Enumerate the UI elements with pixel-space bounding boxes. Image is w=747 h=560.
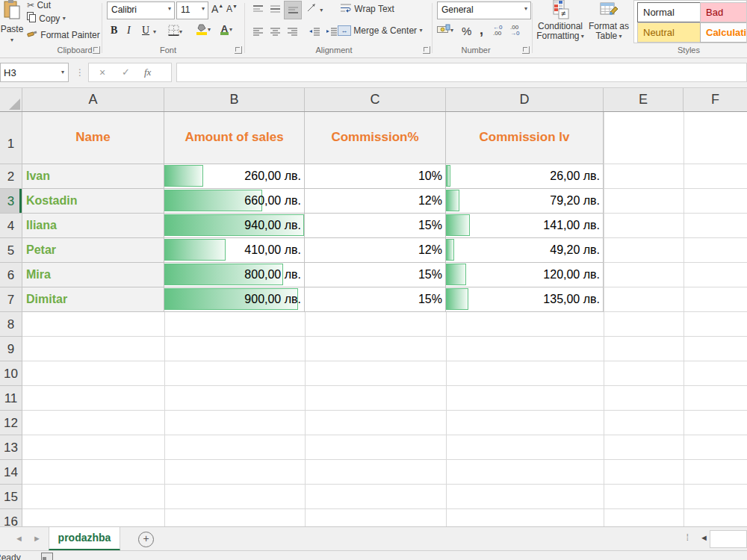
cell-B6[interactable]: 800,00 лв. [164, 263, 305, 287]
name-box-dropdown-arrow[interactable]: ▾ [61, 69, 64, 75]
cell-B4[interactable]: 940,00 лв. [164, 214, 305, 238]
style-normal[interactable]: Normal [637, 2, 703, 22]
conditional-formatting-label[interactable]: Conditional Formatting ▾ [533, 22, 587, 41]
copy-button[interactable]: Copy ▾ [27, 12, 66, 25]
row-header-10[interactable]: 10 [0, 361, 22, 386]
formula-bar-handle[interactable]: ⋮ [75, 67, 84, 78]
cf-dropdown-arrow[interactable]: ▾ [580, 33, 584, 40]
decrease-indent-button[interactable] [306, 23, 323, 40]
conditional-formatting-button[interactable]: ≠ [536, 0, 584, 22]
row-header-16[interactable]: 16 [0, 509, 22, 526]
fill-color-dropdown-arrow[interactable]: ▾ [208, 26, 211, 33]
cell-C4[interactable]: 15% [305, 214, 446, 238]
borders-button[interactable]: ▾ [168, 25, 182, 38]
format-as-table-button[interactable] [587, 0, 632, 22]
font-color-dropdown-arrow[interactable]: ▾ [229, 26, 232, 33]
paste-dropdown-arrow[interactable]: ▾ [10, 37, 13, 43]
align-right-button[interactable] [284, 23, 300, 40]
paste-button[interactable]: Paste ▾ [0, 0, 28, 46]
prev-sheet-arrow-icon[interactable]: ◄ [15, 534, 23, 543]
cell-D1[interactable]: Commission lv [446, 112, 604, 164]
row-header-5[interactable]: 5 [0, 238, 22, 263]
macro-record-icon[interactable] [41, 553, 53, 560]
top-align-button[interactable] [249, 1, 266, 18]
insert-function-icon[interactable]: fx [144, 66, 151, 78]
cell-C1[interactable]: Commission% [305, 112, 446, 164]
next-sheet-arrow-icon[interactable]: ► [33, 534, 41, 543]
row-header-4[interactable]: 4 [0, 214, 22, 238]
select-all-corner[interactable] [0, 88, 22, 111]
shrink-font-button[interactable]: A▼ [226, 4, 238, 14]
sheet-tab-prodazhba[interactable]: prodazhba [49, 527, 120, 550]
underline-button[interactable]: U [142, 25, 149, 37]
new-sheet-button[interactable]: + [138, 532, 154, 547]
number-format-combo[interactable]: General ▾ [437, 1, 531, 19]
cell-A5[interactable]: Petar [22, 238, 164, 263]
align-left-button[interactable] [249, 23, 266, 40]
number-dialog-launcher[interactable] [522, 46, 530, 54]
style-bad[interactable]: Bad [700, 2, 747, 22]
cell-D7[interactable]: 135,00 лв. [446, 287, 604, 312]
row-header-8[interactable]: 8 [0, 312, 22, 337]
cell-A2[interactable]: Ivan [22, 164, 164, 189]
orientation-button[interactable]: ▾ [306, 3, 323, 15]
row-header-3-selected[interactable]: 3 [0, 189, 22, 214]
font-size-combo[interactable]: 11 ▾ [176, 1, 208, 19]
cell-C5[interactable]: 12% [305, 238, 446, 263]
font-color-button[interactable]: A ▾ [220, 23, 233, 35]
format-as-table-label[interactable]: Format as Table ▾ [584, 22, 633, 41]
cell-C3[interactable]: 12% [305, 189, 446, 214]
cell-D6[interactable]: 120,00 лв. [446, 263, 604, 287]
format-painter-button[interactable]: Format Painter [27, 29, 100, 40]
style-calculation[interactable]: Calculation [700, 22, 747, 43]
row-header-14[interactable]: 14 [0, 460, 22, 485]
column-header-E[interactable]: E [604, 88, 684, 111]
horizontal-scrollbar[interactable] [710, 530, 747, 548]
column-header-F[interactable]: F [684, 88, 747, 111]
bold-button[interactable]: B [111, 25, 117, 37]
name-box[interactable]: H3 ▾ [0, 63, 69, 82]
borders-dropdown-arrow[interactable]: ▾ [179, 28, 182, 35]
row-header-2[interactable]: 2 [0, 164, 22, 189]
cell-B7[interactable]: 900,00 лв. [164, 287, 305, 312]
hscroll-left-arrow-icon[interactable]: ◄ [700, 533, 708, 542]
fill-color-button[interactable]: ▾ [196, 24, 209, 35]
cell-D5[interactable]: 49,20 лв. [446, 238, 604, 263]
merge-center-button[interactable]: ↔ Merge & Center ▾ [338, 25, 422, 36]
cell-C6[interactable]: 15% [305, 263, 446, 287]
row-header-12[interactable]: 12 [0, 411, 22, 435]
cell-D3[interactable]: 79,20 лв. [446, 189, 604, 214]
clipboard-dialog-launcher[interactable] [93, 46, 100, 54]
cell-B2[interactable]: 260,00 лв. [164, 164, 305, 189]
font-dialog-launcher[interactable] [235, 46, 242, 54]
comma-style-button[interactable]: , [480, 22, 483, 38]
row-header-1[interactable]: 1 [0, 112, 22, 164]
column-header-A[interactable]: A [22, 88, 164, 111]
cells-area[interactable]: Name Amount of sales Commission% Commiss… [22, 112, 747, 526]
fat-dropdown-arrow[interactable]: ▾ [617, 33, 622, 40]
cell-B5[interactable]: 410,00 лв. [164, 238, 305, 263]
percent-style-button[interactable]: % [462, 25, 471, 37]
font-name-dropdown-arrow[interactable]: ▾ [168, 5, 171, 12]
cell-B3[interactable]: 660,00 лв. [164, 189, 305, 214]
cell-C7[interactable]: 15% [305, 287, 446, 312]
cell-A3[interactable]: Kostadin [22, 189, 164, 214]
cell-A1[interactable]: Name [22, 112, 164, 164]
column-header-C[interactable]: C [305, 88, 446, 111]
cell-B1[interactable]: Amount of sales [164, 112, 305, 164]
cell-A4[interactable]: Iliana [22, 214, 164, 238]
copy-dropdown-arrow[interactable]: ▾ [63, 15, 66, 22]
cell-D2[interactable]: 26,00 лв. [446, 164, 604, 189]
grow-font-button[interactable]: A▲ [211, 3, 223, 15]
cell-A7[interactable]: Dimitar [22, 287, 164, 312]
cell-C2[interactable]: 10% [305, 164, 446, 189]
column-header-D[interactable]: D [446, 88, 604, 111]
accounting-format-button[interactable]: ▾ [437, 24, 453, 37]
formula-input[interactable] [176, 63, 747, 82]
orientation-dropdown-arrow[interactable]: ▾ [320, 7, 323, 13]
number-format-dropdown-arrow[interactable]: ▾ [524, 5, 527, 12]
wrap-text-button[interactable]: Wrap Text [340, 3, 394, 15]
merge-center-dropdown-arrow[interactable]: ▾ [419, 27, 422, 34]
underline-dropdown-arrow[interactable]: ▾ [153, 28, 156, 35]
cut-button[interactable]: ✂ Cut [27, 0, 51, 10]
